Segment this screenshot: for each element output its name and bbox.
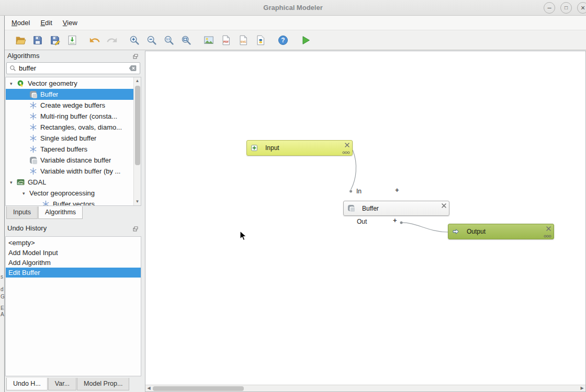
tab-inputs[interactable]: Inputs [6, 206, 38, 219]
node-label: Input [265, 144, 279, 152]
export-script-icon[interactable] [253, 32, 268, 48]
tab-algorithms[interactable]: Algorithms [38, 206, 83, 219]
canvas-hscrollbar[interactable]: ◀ ▶ [145, 385, 585, 391]
scrollbar-handle[interactable] [135, 86, 140, 165]
tree-item-vector-geoprocessing[interactable]: ▾Vector geoprocessing [6, 188, 133, 199]
background-text-fragment: G [1, 294, 5, 299]
background-text-fragment: s [1, 274, 3, 280]
undo-item-edit-buffer[interactable]: Edit Buffer [6, 268, 141, 278]
menu-edit[interactable]: Edit [35, 17, 57, 29]
undo-item-add-model-input[interactable]: Add Model Input [6, 248, 141, 258]
tree-item-buffer-vectors[interactable]: Buffer vectors [6, 199, 133, 206]
model-output-node[interactable]: Output [448, 224, 554, 239]
expand-arrow-icon[interactable]: ▾ [22, 191, 29, 196]
save-model-icon[interactable] [30, 32, 46, 48]
in-socket-dot [350, 190, 352, 193]
scroll-up-button[interactable]: ▲ [134, 77, 141, 85]
output-arrow-icon [452, 228, 460, 236]
undo-icon[interactable] [87, 32, 103, 48]
tab-undo-h[interactable]: Undo H... [6, 378, 48, 390]
model-canvas[interactable]: Input In + Buffer Out + Output [145, 51, 586, 392]
close-button[interactable]: × [577, 2, 586, 14]
algorithms-tree: ▾Vector geometryBufferCreate wedge buffe… [5, 77, 141, 206]
zoom-out-icon[interactable] [144, 32, 160, 48]
background-text-fragment: A [1, 312, 4, 317]
tab-var[interactable]: Var... [48, 378, 76, 390]
delete-node-icon[interactable] [442, 203, 446, 208]
delete-node-icon[interactable] [546, 226, 551, 231]
algorithm-icon [29, 101, 37, 109]
save-model-in-project-icon[interactable] [64, 32, 80, 48]
help-icon[interactable]: ? [275, 32, 291, 48]
tree-item-label: Buffer vectors [53, 200, 95, 206]
redo-icon[interactable] [104, 32, 120, 48]
tree-item-rectangles-ovals-diamo[interactable]: Rectangles, ovals, diamo... [6, 122, 133, 133]
maximize-button[interactable]: □ [560, 2, 572, 14]
tree-item-label: Single sided buffer [40, 134, 96, 142]
tree-item-label: Vector geoprocessing [29, 189, 95, 197]
tree-scrollbar[interactable]: ▲ ▼ [133, 77, 141, 205]
menu-model[interactable]: Model [6, 17, 35, 29]
float-panel-icon[interactable] [133, 225, 138, 230]
tree-item-multi-ring-buffer-consta[interactable]: Multi-ring buffer (consta... [6, 111, 133, 122]
tree-item-label: Tapered buffers [40, 145, 87, 153]
expand-dots-icon[interactable] [342, 151, 350, 154]
save-model-as-icon[interactable] [47, 32, 63, 48]
tree-item-buffer[interactable]: Buffer [6, 89, 133, 100]
export-svg-icon[interactable]: SVG [235, 32, 251, 48]
tab-model-prop[interactable]: Model Prop... [77, 378, 129, 390]
input-parameter-icon [251, 144, 258, 152]
tree-item-gdal[interactable]: ▾GDALGDAL [6, 177, 133, 188]
hscrollbar-handle[interactable] [153, 386, 244, 391]
tree-item-variable-width-buffer-by[interactable]: Variable width buffer (by ... [6, 166, 133, 177]
expand-inputs-plus[interactable]: + [395, 186, 399, 194]
background-window-edge: sdGEA [0, 16, 5, 392]
tree-item-vector-geometry[interactable]: ▾Vector geometry [6, 78, 133, 89]
svg-text:GDAL: GDAL [18, 182, 24, 185]
scroll-left-button[interactable]: ◀ [145, 385, 152, 391]
algorithm-search-box[interactable] [6, 62, 140, 74]
menubar: ModelEditView [0, 16, 586, 30]
export-image-icon[interactable] [201, 32, 217, 48]
window-title: Graphical Modeler [0, 0, 586, 16]
expand-outputs-plus[interactable]: + [393, 216, 397, 224]
buffer-algorithm-node[interactable]: Buffer [343, 201, 449, 216]
open-model-icon[interactable] [13, 32, 28, 48]
gdal-provider-icon: GDAL [17, 178, 25, 186]
menu-view[interactable]: View [58, 17, 83, 29]
zoom-actual-icon[interactable]: 1:1 [161, 32, 177, 48]
left-dock: Algorithms ▾Vector geometryBufferCreate … [5, 51, 142, 392]
clear-search-icon[interactable] [129, 65, 137, 72]
undo-history-panel-header: Undo History [5, 223, 141, 234]
algorithm-icon [29, 123, 37, 131]
minimize-button[interactable]: – [544, 2, 555, 14]
buffer-algorithm-icon [29, 90, 37, 98]
expand-arrow-icon[interactable]: ▾ [10, 180, 17, 185]
expand-arrow-icon[interactable]: ▾ [10, 81, 17, 86]
expand-dots-icon[interactable] [544, 235, 551, 238]
algorithms-panel-title: Algorithms [7, 52, 39, 60]
tree-item-create-wedge-buffers[interactable]: Create wedge buffers [6, 100, 133, 111]
model-input-node[interactable]: Input [246, 140, 353, 156]
titlebar[interactable]: Graphical Modeler – □ × [0, 0, 586, 16]
float-panel-icon[interactable] [133, 53, 138, 58]
undo-item-empty[interactable]: <empty> [6, 238, 141, 248]
algorithm-icon [29, 145, 37, 153]
zoom-full-icon[interactable] [178, 32, 194, 48]
tree-item-tapered-buffers[interactable]: Tapered buffers [6, 144, 133, 155]
scroll-right-button[interactable]: ▶ [579, 385, 585, 391]
run-model-icon[interactable] [298, 32, 313, 48]
algorithm-icon [29, 167, 37, 175]
delete-node-icon[interactable] [345, 143, 350, 147]
zoom-in-icon[interactable] [127, 32, 142, 48]
tree-item-variable-distance-buffer[interactable]: Variable distance buffer [6, 155, 133, 166]
algorithm-icon [29, 112, 37, 120]
mouse-cursor [240, 230, 247, 241]
undo-item-add-algorithm[interactable]: Add Algorithm [6, 258, 141, 268]
scroll-down-button[interactable]: ▼ [134, 198, 141, 205]
export-pdf-icon[interactable]: PDF [218, 32, 234, 48]
search-input[interactable] [16, 64, 129, 72]
tree-item-single-sided-buffer[interactable]: Single sided buffer [6, 133, 133, 144]
dock-tabs: InputsAlgorithms [6, 206, 83, 219]
tree-item-label: Variable distance buffer [40, 156, 111, 164]
